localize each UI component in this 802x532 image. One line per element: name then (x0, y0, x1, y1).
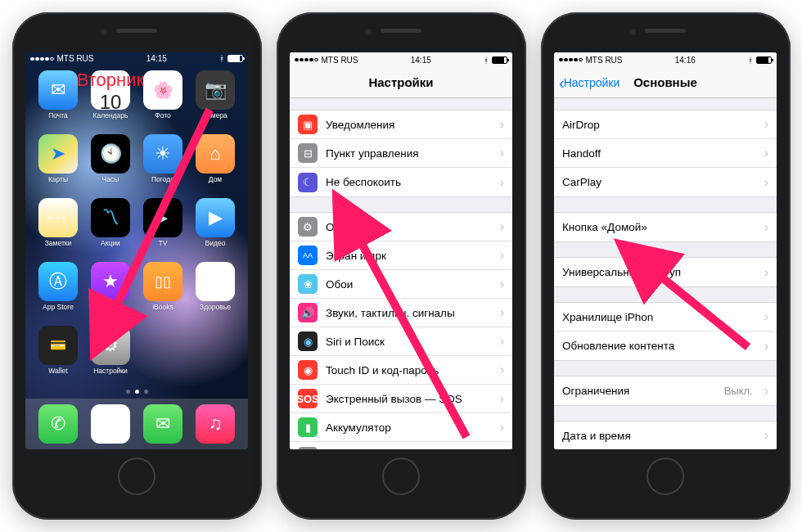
app-home[interactable]: ⌂Дом (191, 134, 240, 196)
chevron-right-icon: › (500, 175, 504, 190)
app-ibooks[interactable]: ▯▯iBooks (138, 262, 187, 324)
dock-music[interactable]: ♫ (196, 404, 235, 444)
app-appstore[interactable]: ⒶApp Store (34, 262, 83, 324)
chevron-right-icon: › (500, 334, 504, 349)
row-handoff[interactable]: Handoff› (554, 139, 777, 168)
app-health[interactable]: ♥Здоровье (191, 262, 240, 324)
app-mail[interactable]: ✉︎Почта (34, 70, 83, 133)
app-maps[interactable]: ➤Карты (34, 134, 83, 196)
chevron-right-icon: › (500, 305, 504, 320)
row-accessibility[interactable]: Универсальный доступ› (554, 258, 777, 286)
carrier-label: MTS RUS (586, 56, 623, 65)
home-button[interactable] (118, 458, 155, 495)
page-indicator[interactable] (25, 390, 248, 394)
sound-icon: 🔊 (298, 303, 318, 322)
row-battery[interactable]: ▮Аккумулятор› (290, 413, 512, 442)
row-privacy[interactable]: ✋Конфиденциальность› (290, 442, 512, 449)
app-tv[interactable]: ▸TV (138, 198, 187, 260)
row-wallpaper[interactable]: ❀Обои› (290, 270, 512, 299)
row-control-center[interactable]: ⊟Пункт управления› (290, 139, 512, 168)
notes-icon: ⋯ (48, 209, 68, 227)
screen-settings: MTS RUS 14:15 ᚼ Настройки ▣Уведомления› … (290, 52, 512, 449)
carrier-label: MTS RUS (57, 54, 94, 63)
videos-icon: ▶︎ (209, 209, 223, 227)
bluetooth-icon: ᚼ (748, 56, 753, 65)
notifications-icon: ▣ (298, 115, 318, 134)
row-carplay[interactable]: CarPlay› (554, 168, 777, 196)
signal-icon (559, 58, 583, 62)
health-icon: ♥ (210, 273, 220, 291)
chevron-right-icon: › (764, 339, 768, 354)
dock-safari[interactable]: ✴︎ (91, 404, 130, 444)
row-general[interactable]: ⚙︎Основные› (290, 213, 512, 241)
mail-icon: ✉︎ (51, 81, 65, 99)
app-videos[interactable]: ▶︎Видео (191, 198, 240, 260)
back-button[interactable]: ‹Настройки (559, 74, 620, 91)
stocks-icon: 〽︎ (101, 209, 119, 227)
app-calendar[interactable]: Вторник10Календарь (86, 70, 135, 133)
battery-row-icon: ▮ (298, 417, 318, 437)
chevron-right-icon: › (500, 449, 504, 450)
page-title: Настройки (368, 75, 433, 89)
message-icon: ✉︎ (155, 413, 170, 435)
earpiece (116, 29, 157, 33)
row-touchid[interactable]: ◉Touch ID и код-пароль› (290, 356, 512, 385)
app-weather[interactable]: ☀︎Погода (138, 134, 187, 196)
battery-icon (228, 55, 243, 62)
app-camera[interactable]: 📷Камера (191, 70, 240, 133)
nav-bar: ‹Настройки Основные (554, 67, 777, 98)
app-settings[interactable]: ⚙︎ 1 Настройки (86, 326, 135, 388)
row-sos[interactable]: SOSЭкстренный вызов — SOS› (290, 385, 512, 413)
app-itunes[interactable]: ★iTunes (86, 262, 135, 324)
battery-icon (756, 56, 772, 64)
compass-icon: ✴︎ (103, 413, 118, 435)
chevron-right-icon: › (764, 220, 768, 235)
ibooks-icon: ▯▯ (155, 274, 171, 289)
settings-list[interactable]: ▣Уведомления› ⊟Пункт управления› ☾Не бес… (290, 98, 512, 449)
gear-icon: ⚙︎ (298, 217, 318, 237)
page-title: Основные (633, 75, 697, 89)
display-icon: AA (298, 246, 318, 265)
row-background-refresh[interactable]: Обновление контента› (554, 331, 777, 360)
app-wallet[interactable]: 💳Wallet (34, 326, 83, 388)
chevron-right-icon: › (500, 391, 504, 406)
time-label: 14:16 (675, 56, 696, 65)
app-notes[interactable]: ⋯Заметки (34, 198, 83, 260)
row-sounds[interactable]: 🔊Звуки, тактильн. сигналы› (290, 299, 512, 327)
chevron-right-icon: › (500, 146, 504, 160)
chevron-right-icon: › (500, 219, 504, 234)
chevron-right-icon: › (764, 117, 768, 132)
row-display[interactable]: AAЭкран и ярк› (290, 241, 512, 270)
siri-icon: ◉ (298, 331, 318, 351)
dock-messages[interactable]: ✉︎ (143, 404, 182, 444)
home-button[interactable] (647, 458, 684, 495)
general-list[interactable]: AirDrop› Handoff› CarPlay› Кнопка «Домой… (554, 98, 777, 449)
wallpaper-icon: ❀ (298, 274, 318, 294)
row-dnd[interactable]: ☾Не беспокоить› (290, 168, 512, 196)
maps-icon: ➤ (51, 145, 65, 163)
hand-icon: ✋ (298, 447, 318, 450)
chevron-right-icon: › (500, 420, 504, 435)
sensor (365, 29, 372, 35)
chevron-right-icon: › (500, 248, 504, 263)
screen-home: MTS RUS 14:15 ᚼ ✉︎Почта Вторник10Календа… (25, 52, 248, 449)
phone-settings: MTS RUS 14:15 ᚼ Настройки ▣Уведомления› … (277, 12, 526, 520)
app-photos[interactable]: 🌸Фото (138, 70, 187, 133)
row-storage[interactable]: Хранилище iPhon› (554, 303, 777, 331)
photos-icon: 🌸 (153, 82, 173, 98)
status-bar: MTS RUS 14:15 ᚼ (290, 52, 512, 67)
row-airdrop[interactable]: AirDrop› (554, 110, 777, 139)
phone-icon: ✆ (51, 413, 65, 435)
home-button[interactable] (382, 458, 420, 495)
app-clock[interactable]: 🕙Часы (86, 134, 135, 196)
row-date-time[interactable]: Дата и время› (554, 422, 777, 449)
dock-phone[interactable]: ✆ (38, 404, 78, 444)
row-home-button[interactable]: Кнопка «Домой»› (554, 213, 777, 241)
screen-general: MTS RUS 14:16 ᚼ ‹Настройки Основные AirD… (554, 52, 777, 449)
row-restrictions[interactable]: ОграниченияВыкл.› (554, 376, 777, 405)
row-siri[interactable]: ◉Siri и Поиск› (290, 327, 512, 356)
phone-general: MTS RUS 14:16 ᚼ ‹Настройки Основные AirD… (541, 12, 791, 520)
row-notifications[interactable]: ▣Уведомления› (290, 110, 512, 139)
home-icon: ⌂ (210, 145, 220, 163)
app-stocks[interactable]: 〽︎Акции (86, 198, 135, 260)
